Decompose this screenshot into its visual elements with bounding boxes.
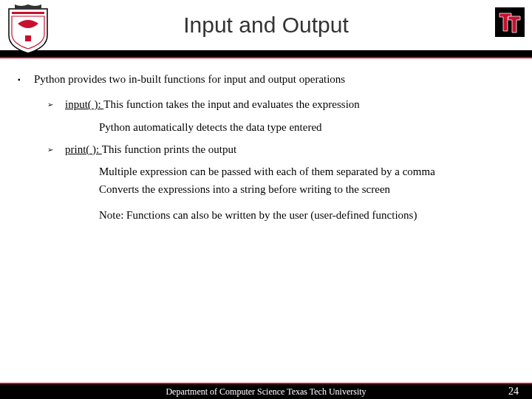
triangle-bullet-icon: ➢ [47, 100, 58, 112]
item2-sub2: Converts the expressions into a string b… [99, 182, 514, 197]
main-text: Python provides two in-built functions f… [34, 72, 345, 86]
bullet-level1: ▪ Python provides two in-built functions… [18, 72, 514, 86]
item2-desc: This function prints the output [102, 143, 236, 155]
item2-func: print( ): [65, 143, 102, 155]
item1-sub: Python automatically detects the data ty… [99, 120, 514, 134]
item2-line: print( ): This function prints the outpu… [65, 142, 236, 157]
bullet-level2-print: ➢ print( ): This function prints the out… [47, 142, 514, 157]
footer-bar: Department of Computer Science Texas Tec… [0, 384, 532, 399]
texas-tech-logo-icon [495, 7, 525, 37]
item1-desc: This function takes the input and evalua… [103, 98, 360, 110]
svg-rect-0 [12, 12, 44, 14]
square-bullet-icon: ▪ [18, 75, 24, 86]
university-shield-icon [7, 3, 49, 55]
bullet-level2-input: ➢ input( ): This function takes the inpu… [47, 97, 514, 112]
item1-line: input( ): This function takes the input … [65, 97, 360, 112]
divider-black [0, 50, 532, 57]
slide: Input and Output ▪ Python provides two i… [0, 0, 532, 399]
header: Input and Output [0, 0, 532, 50]
slide-title: Input and Output [0, 13, 532, 38]
body-content: ▪ Python provides two in-built functions… [0, 58, 532, 399]
footer-text: Department of Computer Science Texas Tec… [0, 386, 532, 398]
footer: Department of Computer Science Texas Tec… [0, 383, 532, 399]
item2-sub1: Multiple expression can be passed with e… [99, 164, 514, 179]
svg-rect-2 [495, 7, 525, 37]
note-text: Note: Functions can also be written by t… [99, 208, 514, 222]
svg-rect-1 [25, 35, 31, 41]
page-number: 24 [508, 386, 519, 398]
item1-func: input( ): [65, 98, 103, 110]
triangle-bullet-icon: ➢ [47, 145, 58, 157]
